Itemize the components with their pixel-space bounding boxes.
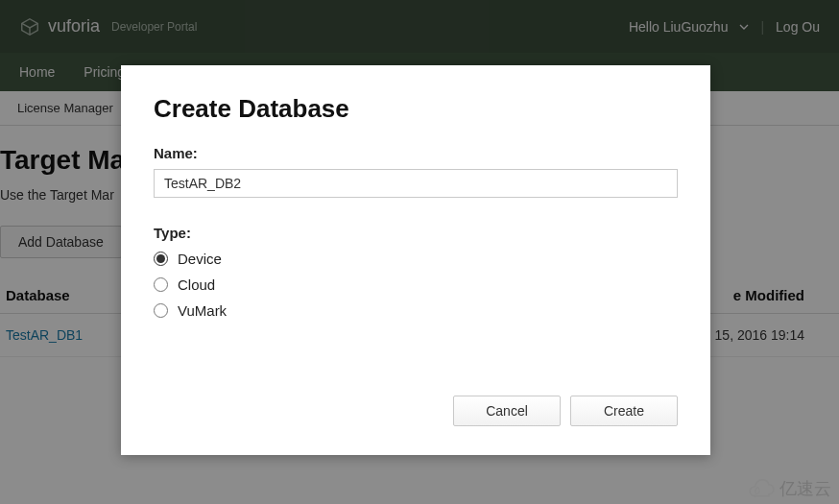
name-input[interactable] xyxy=(154,169,678,198)
radio-device[interactable] xyxy=(154,252,168,266)
radio-vumark-label: VuMark xyxy=(178,302,227,319)
radio-cloud-label: Cloud xyxy=(178,276,215,293)
radio-vumark[interactable] xyxy=(154,303,168,318)
radio-cloud[interactable] xyxy=(154,277,168,292)
radio-option-device[interactable]: Device xyxy=(154,251,678,267)
radio-option-cloud[interactable]: Cloud xyxy=(154,276,678,293)
dialog-title: Create Database xyxy=(154,94,678,124)
type-section: Type: Device Cloud VuMark xyxy=(154,225,678,319)
cancel-button[interactable]: Cancel xyxy=(453,396,561,426)
create-button[interactable]: Create xyxy=(570,396,678,426)
radio-option-vumark[interactable]: VuMark xyxy=(154,302,678,319)
radio-device-label: Device xyxy=(178,251,222,267)
watermark-text: 亿速云 xyxy=(779,477,831,500)
dialog-footer: Cancel Create xyxy=(453,396,678,426)
name-label: Name: xyxy=(154,145,678,161)
create-database-dialog: Create Database Name: Type: Device Cloud… xyxy=(121,65,710,455)
cloud-icon xyxy=(743,478,776,499)
type-label: Type: xyxy=(154,225,678,241)
watermark: 亿速云 xyxy=(743,477,831,500)
